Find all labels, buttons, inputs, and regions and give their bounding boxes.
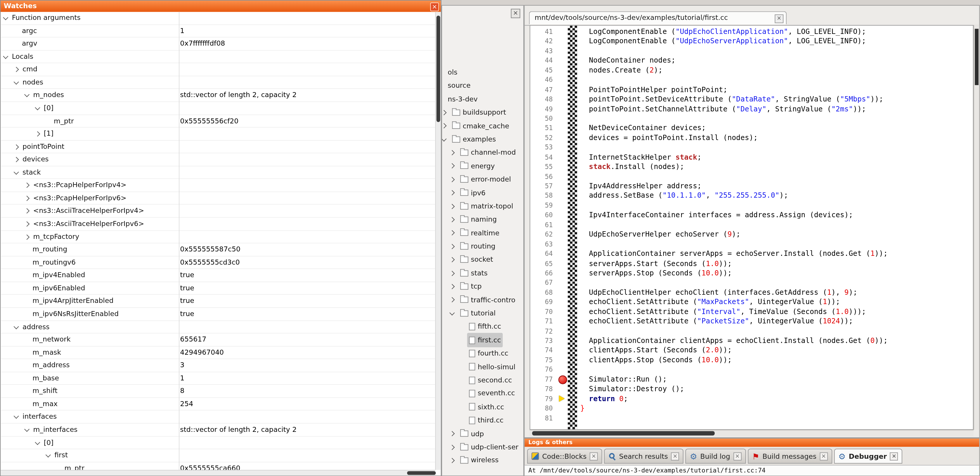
collapse-icon[interactable] — [14, 414, 19, 419]
watch-row[interactable]: address — [1, 321, 435, 334]
collapse-icon[interactable] — [3, 15, 8, 20]
tab-code-blocks[interactable]: Code::Blocks — [527, 449, 602, 463]
line-number[interactable]: 61 — [530, 220, 558, 230]
expand-icon[interactable] — [449, 444, 455, 450]
line-number[interactable]: 79 — [530, 394, 558, 404]
line-number[interactable]: 63 — [530, 240, 558, 249]
collapse-icon[interactable] — [46, 452, 51, 458]
expand-icon[interactable] — [449, 190, 455, 196]
watch-row[interactable]: nodes — [1, 76, 435, 89]
tree-item-cmake-cache[interactable]: cmake_cache — [442, 119, 523, 132]
watch-row[interactable]: [0] — [1, 102, 435, 115]
line-number[interactable]: 58 — [530, 191, 558, 201]
line-number[interactable]: 76 — [530, 365, 558, 375]
line-number[interactable]: 60 — [530, 211, 558, 220]
line-number[interactable]: 72 — [530, 326, 558, 336]
line-number[interactable]: 66 — [530, 268, 558, 278]
watch-row[interactable]: <ns3::PcapHelperForIpv4> — [1, 179, 435, 192]
line-number[interactable]: 41 — [530, 27, 558, 37]
close-icon[interactable] — [775, 14, 783, 23]
line-number[interactable]: 77 — [530, 375, 558, 384]
expand-icon[interactable] — [24, 234, 30, 240]
tree-item-first-cc[interactable]: first.cc — [442, 333, 523, 346]
watch-row[interactable]: [0] — [1, 436, 435, 449]
tree-item-error-model[interactable]: error-model — [442, 172, 523, 186]
expand-icon[interactable] — [449, 257, 455, 262]
line-number[interactable]: 73 — [530, 336, 558, 346]
watches-titlebar[interactable]: Watches — [1, 1, 441, 12]
watch-row[interactable]: Function arguments — [1, 12, 435, 25]
watch-row[interactable]: stack — [1, 166, 435, 179]
expand-icon[interactable] — [442, 123, 447, 129]
watch-row[interactable]: m_ipv4Enabledtrue — [1, 269, 435, 282]
line-number[interactable]: 68 — [530, 288, 558, 297]
expand-icon[interactable] — [24, 208, 30, 214]
editor-horizontal-scrollbar[interactable] — [530, 430, 974, 436]
expand-icon[interactable] — [449, 163, 455, 169]
line-number[interactable]: 81 — [530, 413, 558, 423]
expand-icon[interactable] — [14, 67, 19, 72]
collapse-icon[interactable] — [35, 105, 40, 110]
expand-icon[interactable] — [449, 270, 455, 276]
watch-row[interactable]: m_interfacesstd::vector of length 2, cap… — [1, 424, 435, 436]
tree-item-examples[interactable]: examples — [442, 132, 523, 145]
watch-row[interactable]: m_shift8 — [1, 385, 435, 398]
tree-item-energy[interactable]: energy — [442, 159, 523, 172]
tree-item-traffic-contro[interactable]: traffic-contro — [442, 293, 523, 306]
line-number[interactable]: 80 — [530, 404, 558, 413]
expand-icon[interactable] — [449, 431, 455, 436]
line-number[interactable]: 78 — [530, 384, 558, 394]
code-lines[interactable]: LogComponentEnable ("UdpEchoClientApplic… — [577, 26, 973, 429]
line-number[interactable]: 49 — [530, 104, 558, 114]
close-icon[interactable] — [430, 3, 439, 11]
tree-item-buildsupport[interactable]: buildsupport — [442, 105, 523, 119]
line-number[interactable]: 53 — [530, 143, 558, 152]
watch-row[interactable]: m_address3 — [1, 359, 435, 372]
column-divider[interactable] — [179, 12, 180, 470]
watch-row[interactable]: <ns3::AsciiTraceHelperForIpv4> — [1, 205, 435, 218]
line-number[interactable]: 42 — [530, 37, 558, 46]
watch-row[interactable]: pointToPoint — [1, 141, 435, 153]
line-number[interactable]: 67 — [530, 278, 558, 288]
tab-debugger[interactable]: ⚙Debugger — [834, 449, 902, 463]
tree-item-ns-3-dev[interactable]: ns-3-dev — [442, 92, 523, 105]
line-number[interactable]: 64 — [530, 249, 558, 259]
tree-item-hello-simul[interactable]: hello-simul — [442, 359, 523, 373]
scrollbar-thumb[interactable] — [975, 29, 978, 85]
watch-row[interactable]: m_routingv60x5555555cd3c0 — [1, 256, 435, 269]
watch-row[interactable]: argc1 — [1, 25, 435, 38]
tree-item-channel-mod[interactable]: channel-mod — [442, 145, 523, 159]
collapse-icon[interactable] — [449, 310, 455, 315]
watch-row[interactable]: m_ipv4ArpJitterEnabledtrue — [1, 295, 435, 308]
line-number[interactable]: 55 — [530, 162, 558, 172]
tree-item-third-cc[interactable]: third.cc — [442, 413, 523, 426]
collapse-icon[interactable] — [14, 169, 19, 174]
watch-row[interactable]: m_tcpFactory — [1, 231, 435, 244]
close-icon[interactable] — [590, 452, 598, 460]
tab-build-messages[interactable]: ⚑Build messages — [748, 449, 832, 463]
collapse-icon[interactable] — [24, 426, 30, 432]
watches-horizontal-scrollbar[interactable] — [1, 470, 435, 475]
collapse-icon[interactable] — [14, 324, 19, 329]
close-icon[interactable] — [671, 452, 679, 460]
close-icon[interactable] — [890, 452, 898, 460]
expand-icon[interactable] — [442, 110, 447, 115]
watch-row[interactable]: interfaces — [1, 411, 435, 424]
tree-item-fifth-cc[interactable]: fifth.cc — [442, 319, 523, 333]
expand-icon[interactable] — [449, 284, 455, 289]
tree-item-naming[interactable]: naming — [442, 212, 523, 226]
line-number[interactable]: 69 — [530, 297, 558, 307]
close-icon[interactable] — [733, 452, 741, 460]
tree-item-udp-client-ser[interactable]: udp-client-ser — [442, 440, 523, 453]
line-number[interactable]: 70 — [530, 307, 558, 317]
line-number[interactable]: 74 — [530, 346, 558, 355]
line-number[interactable]: 47 — [530, 85, 558, 94]
expand-icon[interactable] — [449, 150, 455, 155]
watch-row[interactable]: cmd — [1, 64, 435, 76]
scrollbar-thumb[interactable] — [436, 16, 440, 122]
line-number[interactable]: 52 — [530, 133, 558, 143]
expand-icon[interactable] — [24, 183, 30, 188]
watch-row[interactable]: m_max254 — [1, 398, 435, 411]
line-number[interactable]: 57 — [530, 182, 558, 191]
tree-item-socket[interactable]: socket — [442, 252, 523, 266]
